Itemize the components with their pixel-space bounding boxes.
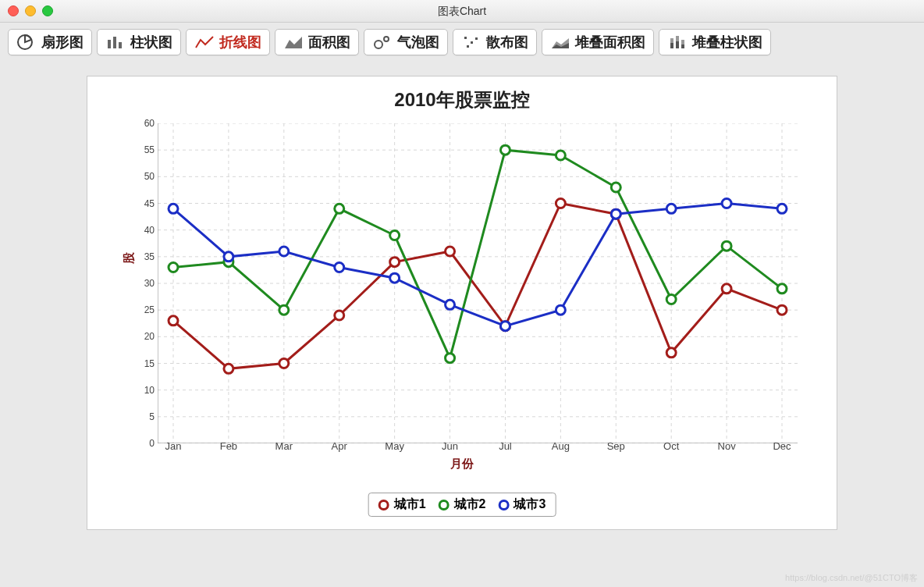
plot-area — [158, 123, 798, 443]
svg-point-72 — [279, 247, 289, 256]
svg-rect-14 — [670, 43, 673, 48]
y-tick: 35 — [144, 251, 155, 262]
svg-rect-2 — [113, 37, 116, 48]
legend: 城市1 城市2 城市3 — [368, 493, 556, 517]
svg-point-5 — [375, 41, 382, 48]
stacked-area-chart-icon — [550, 34, 570, 51]
legend-swatch-icon — [498, 500, 509, 511]
svg-point-55 — [666, 348, 676, 358]
y-tick: 60 — [144, 118, 155, 129]
y-tick: 20 — [144, 331, 155, 342]
legend-label: 城市3 — [514, 496, 546, 513]
tab-area[interactable]: 面积图 — [275, 29, 359, 55]
y-tick: 5 — [149, 411, 155, 422]
y-tick: 40 — [144, 225, 155, 236]
svg-point-62 — [390, 231, 400, 240]
legend-swatch-icon — [378, 500, 389, 511]
svg-point-73 — [335, 263, 344, 272]
pie-chart-icon — [16, 34, 37, 51]
window-controls — [8, 5, 53, 16]
svg-point-79 — [666, 204, 676, 213]
legend-item: 城市3 — [498, 496, 546, 513]
svg-point-81 — [777, 204, 787, 213]
legend-item: 城市1 — [378, 496, 426, 513]
minimize-icon[interactable] — [25, 5, 36, 16]
tab-stacked-bar[interactable]: 堆叠柱状图 — [659, 29, 771, 55]
titlebar: 图表Chart — [0, 0, 924, 23]
x-axis-ticks: JanFebMarAprMayJunJulAugSepOctNovDec — [158, 440, 798, 454]
svg-point-69 — [777, 284, 787, 294]
svg-point-60 — [279, 305, 289, 315]
x-tick: Mar — [275, 440, 293, 452]
svg-point-58 — [169, 263, 178, 272]
svg-rect-18 — [681, 44, 684, 48]
tab-label: 扇形图 — [41, 33, 84, 52]
x-tick: Jun — [442, 440, 458, 452]
svg-rect-7 — [464, 37, 467, 39]
svg-point-77 — [556, 305, 565, 315]
window-title: 图表Chart — [438, 5, 486, 17]
x-tick: Nov — [718, 440, 736, 452]
tab-bar[interactable]: 柱状图 — [97, 29, 181, 55]
tab-label: 散布图 — [486, 33, 528, 52]
svg-point-50 — [390, 258, 400, 267]
svg-point-51 — [446, 247, 455, 256]
svg-point-66 — [611, 183, 620, 192]
tab-label: 堆叠柱状图 — [692, 33, 762, 52]
tab-pie[interactable]: 扇形图 — [8, 29, 92, 55]
svg-point-63 — [446, 354, 455, 363]
legend-label: 城市1 — [394, 496, 426, 513]
svg-point-47 — [224, 364, 233, 373]
x-tick: Jan — [165, 440, 182, 452]
svg-point-48 — [279, 359, 289, 368]
svg-rect-8 — [471, 41, 473, 44]
y-tick: 55 — [144, 144, 155, 155]
svg-point-56 — [722, 284, 731, 294]
x-tick: Aug — [552, 440, 570, 452]
stacked-bar-chart-icon — [667, 34, 688, 51]
y-tick: 30 — [144, 278, 155, 289]
svg-point-65 — [556, 151, 565, 160]
tab-scatter[interactable]: 散布图 — [453, 29, 537, 55]
x-tick: May — [385, 440, 404, 452]
svg-point-80 — [722, 199, 731, 208]
tab-line[interactable]: 折线图 — [186, 29, 270, 55]
tab-stacked-area[interactable]: 堆叠面积图 — [542, 29, 654, 55]
area-chart-icon — [283, 34, 304, 51]
svg-point-67 — [666, 295, 676, 304]
svg-point-49 — [335, 311, 344, 320]
watermark: https://blog.csdn.net/@51CTO博客 — [785, 572, 918, 584]
svg-rect-9 — [475, 37, 478, 40]
tab-label: 气泡图 — [397, 33, 439, 52]
x-tick: Jul — [499, 440, 512, 452]
y-tick: 15 — [144, 358, 155, 369]
y-tick: 0 — [149, 438, 155, 449]
maximize-icon[interactable] — [42, 5, 53, 16]
tab-label: 折线图 — [219, 33, 261, 52]
y-tick: 45 — [144, 198, 155, 209]
svg-point-68 — [722, 241, 731, 251]
svg-rect-3 — [119, 42, 122, 48]
legend-swatch-icon — [439, 500, 450, 511]
x-tick: Sep — [607, 440, 625, 452]
chart-type-toolbar: 扇形图 柱状图 折线图 面积图 气泡图 — [0, 23, 924, 62]
x-tick: Feb — [220, 440, 237, 452]
close-icon[interactable] — [8, 5, 19, 16]
svg-point-75 — [446, 300, 455, 309]
y-tick: 50 — [144, 171, 155, 182]
tab-bubble[interactable]: 气泡图 — [364, 29, 448, 55]
bubble-chart-icon — [372, 34, 393, 51]
x-tick: Apr — [332, 440, 347, 452]
svg-point-64 — [500, 145, 510, 155]
x-tick: Oct — [663, 440, 679, 452]
tab-label: 面积图 — [308, 33, 350, 52]
svg-point-71 — [224, 252, 233, 261]
y-axis-ticks: 051015202530354045505560 — [126, 123, 155, 443]
svg-point-46 — [169, 316, 178, 326]
tab-label: 堆叠面积图 — [575, 33, 645, 52]
line-chart-icon — [194, 34, 215, 51]
svg-point-57 — [777, 305, 787, 315]
svg-point-70 — [169, 204, 178, 213]
svg-point-78 — [611, 209, 620, 219]
bar-chart-icon — [105, 34, 126, 51]
